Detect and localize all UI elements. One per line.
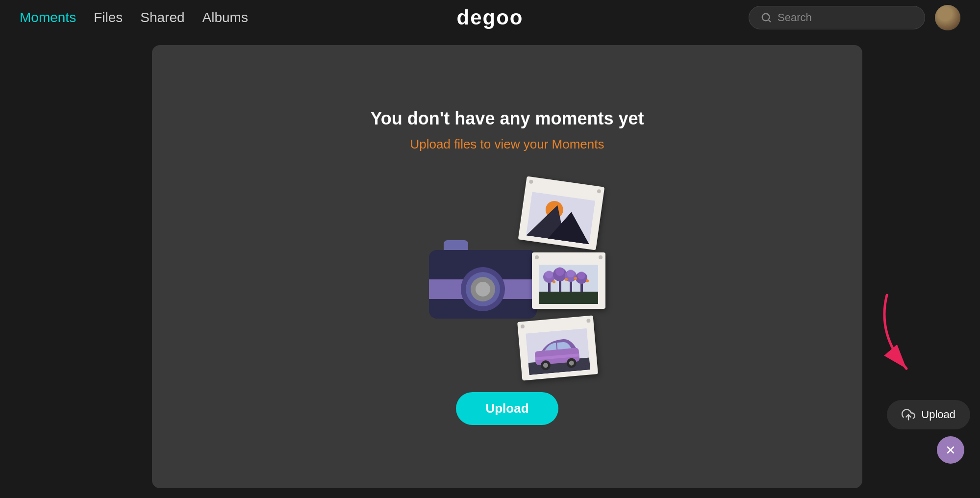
upload-button[interactable]: Upload (456, 392, 558, 425)
nav: Moments Files Shared Albums (20, 10, 248, 25)
photo-trees-inner (537, 261, 601, 304)
photo-car-inner (523, 324, 593, 375)
search-bar[interactable]: Search (749, 6, 925, 29)
search-icon (761, 12, 772, 23)
arrow-container (872, 290, 931, 380)
mountain-svg (526, 192, 595, 244)
trees-svg (539, 265, 598, 304)
upload-fab-button[interactable]: Upload (887, 400, 970, 429)
svg-point-24 (574, 277, 577, 280)
header: Moments Files Shared Albums degoo Search (0, 0, 980, 35)
nav-albums[interactable]: Albums (202, 10, 248, 25)
photo-mountain-inner (524, 186, 599, 245)
svg-rect-9 (539, 292, 598, 304)
camera-lens-middle (466, 272, 500, 306)
moments-panel: You don't have any moments yet Upload fi… (152, 45, 862, 488)
empty-title: You don't have any moments yet (371, 108, 644, 129)
avatar[interactable] (935, 5, 960, 30)
svg-point-23 (565, 278, 568, 281)
car-svg (526, 328, 590, 375)
camera-illustration (429, 240, 537, 319)
svg-point-15 (555, 267, 564, 276)
header-right: Search (749, 5, 960, 30)
upload-cloud-icon (902, 408, 915, 422)
svg-point-18 (567, 270, 575, 277)
close-fab-button[interactable] (937, 436, 964, 464)
svg-point-12 (545, 271, 553, 278)
camera-lens-inner (471, 277, 495, 301)
camera-body (429, 250, 537, 319)
logo: degoo (457, 6, 524, 29)
svg-line-1 (768, 20, 770, 22)
nav-shared[interactable]: Shared (140, 10, 184, 25)
camera-lens (461, 267, 505, 311)
illustration (400, 181, 615, 368)
camera-lens-center (476, 282, 490, 297)
main-content: You don't have any moments yet Upload fi… (142, 35, 980, 498)
pointing-arrow (872, 290, 931, 378)
photo-trees (532, 252, 605, 309)
svg-point-25 (586, 279, 589, 282)
search-label: Search (778, 11, 812, 24)
photo-mountain (518, 176, 604, 250)
upload-fab-label: Upload (921, 408, 955, 421)
svg-point-22 (553, 280, 555, 283)
logo-text: degoo (457, 6, 524, 29)
nav-files[interactable]: Files (94, 10, 123, 25)
nav-moments[interactable]: Moments (20, 10, 76, 25)
right-panel: Upload (862, 45, 970, 488)
svg-point-21 (578, 272, 585, 279)
empty-subtitle: Upload files to view your Moments (410, 137, 604, 152)
close-icon (945, 444, 956, 456)
avatar-image (935, 5, 960, 30)
photo-car (517, 315, 598, 380)
